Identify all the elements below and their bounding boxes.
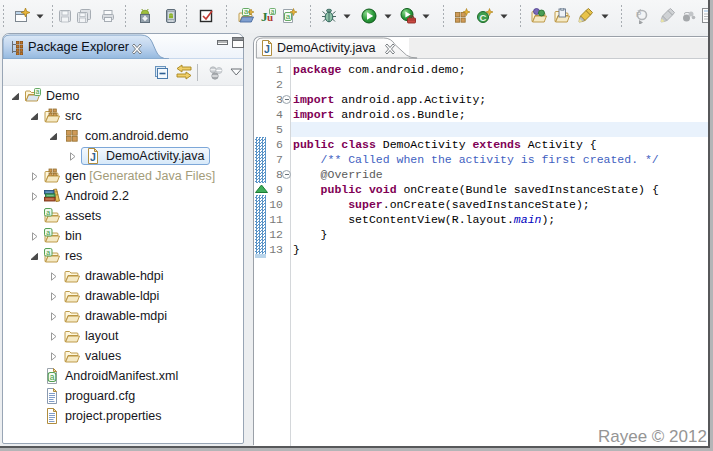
- svg-text:a: a: [46, 249, 50, 256]
- svg-text:C: C: [480, 12, 487, 23]
- svg-text:a: a: [50, 372, 55, 382]
- svg-text:a: a: [46, 229, 50, 236]
- svg-text:a: a: [46, 209, 50, 216]
- svg-text:J: J: [90, 151, 96, 163]
- svg-text:a: a: [286, 12, 291, 21]
- svg-text:a: a: [271, 8, 275, 15]
- svg-text:J: J: [264, 43, 270, 55]
- svg-text:a: a: [36, 88, 40, 95]
- svg-text:P: P: [636, 10, 641, 19]
